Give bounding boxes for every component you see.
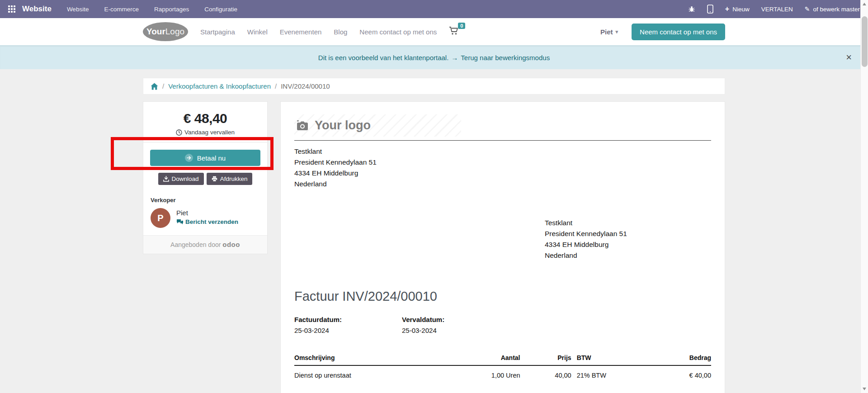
chevron-down-icon: ▾	[616, 29, 618, 35]
invoice-lines-table: Omschrijving Aantal Prijs BTW Bedrag Die…	[294, 354, 711, 379]
chat-bubbles-icon	[176, 219, 184, 225]
cell-amount: € 40,00	[644, 365, 711, 379]
arrow-right-circle-icon	[185, 154, 193, 162]
nav-link-winkel[interactable]: Winkel	[247, 28, 268, 36]
cell-tax: 21% BTW	[571, 365, 644, 379]
due-date-label: Vervaldatum:	[402, 316, 509, 323]
new-button[interactable]: + Nieuw	[725, 5, 750, 13]
col-amount: Bedrag	[644, 354, 711, 365]
amount-due: € 48,40	[150, 111, 260, 126]
invoice-logo-text: Your logo	[315, 118, 371, 133]
topbar-menu-configuratie[interactable]: Configuratie	[204, 6, 237, 13]
divider	[143, 142, 267, 142]
table-header-row: Omschrijving Aantal Prijs BTW Bedrag	[294, 354, 711, 365]
col-price: Prijs	[520, 354, 571, 365]
camera-icon	[296, 120, 309, 131]
cell-quantity: 1,00 Uren	[462, 365, 520, 379]
user-menu[interactable]: Piet ▾	[600, 28, 618, 36]
company-address-block: Testklant President Kennedylaan 51 4334 …	[294, 146, 711, 189]
table-row: Dienst op urenstaat 1,00 Uren 40,00 21% …	[294, 365, 711, 379]
breadcrumb-current: INV/2024/00010	[281, 82, 330, 90]
send-message-link[interactable]: Bericht verzenden	[176, 218, 238, 225]
site-logo[interactable]: YourLogo	[143, 22, 188, 41]
col-description: Omschrijving	[294, 354, 462, 365]
pencil-icon: ✎	[805, 5, 810, 13]
cart-button[interactable]: 0	[449, 26, 459, 37]
customer-address-block: Testklant President Kennedylaan 51 4334 …	[545, 218, 711, 261]
contact-cta-button[interactable]: Neem contact op met ons	[632, 24, 725, 40]
powered-by: Aangeboden door odoo	[143, 235, 267, 254]
printer-icon	[212, 176, 217, 182]
home-icon	[151, 83, 158, 90]
back-to-edit-link[interactable]: Terug naar bewerkingsmodus	[461, 54, 550, 62]
nav-link-startpagina[interactable]: Startpagina	[200, 28, 235, 36]
payment-sidebar-card: € 48,40 Vandaag vervallen Betaal nu	[143, 101, 268, 254]
invoice-title: Factuur INV/2024/00010	[294, 289, 711, 304]
col-tax: BTW	[571, 354, 644, 365]
site-nav-links: Startpagina Winkel Evenementen Blog Neem…	[200, 28, 437, 36]
print-button[interactable]: Afdrukken	[207, 173, 253, 185]
debug-bug-icon[interactable]	[688, 5, 695, 13]
arrow-right-icon: →	[451, 54, 458, 62]
download-icon	[163, 176, 169, 182]
due-date-value: 25-03-2024	[402, 327, 509, 334]
cell-price: 40,00	[520, 365, 571, 379]
topbar-menu-rapportages[interactable]: Rapportages	[154, 6, 189, 13]
nav-link-contact[interactable]: Neem contact op met ons	[359, 28, 437, 36]
topbar-menu-ecommerce[interactable]: E-commerce	[104, 6, 139, 13]
avatar: P	[151, 208, 170, 228]
edit-master-button[interactable]: ✎ of bewerk master	[805, 5, 860, 13]
scrollbar[interactable]	[860, 0, 868, 393]
close-icon[interactable]: ×	[846, 52, 852, 62]
translate-button[interactable]: VERTALEN	[761, 6, 793, 13]
divider	[294, 140, 711, 141]
nav-link-blog[interactable]: Blog	[334, 28, 347, 36]
due-status: Vandaag vervallen	[184, 129, 235, 136]
scroll-down-arrow[interactable]	[863, 388, 866, 390]
seller-name: Piet	[176, 208, 238, 217]
company-logo-placeholder[interactable]: Your logo	[294, 114, 461, 137]
col-quantity: Aantal	[462, 354, 520, 365]
invoice-document: Your logo Testklant President Kennedylaa…	[280, 101, 725, 393]
plus-icon: +	[725, 5, 729, 13]
seller-info: P Piet Bericht verzenden	[143, 208, 267, 228]
topbar-menu-website[interactable]: Website	[67, 6, 89, 13]
odoo-logo[interactable]: odoo	[222, 241, 240, 248]
cell-description: Dienst op urenstaat	[294, 365, 462, 379]
scroll-up-arrow[interactable]	[863, 3, 866, 5]
mobile-preview-icon[interactable]	[707, 5, 713, 14]
user-name: Piet	[600, 28, 613, 36]
seller-label: Verkoper	[143, 197, 267, 204]
logo-text-your: Your	[146, 27, 165, 37]
scrollbar-thumb[interactable]	[862, 16, 868, 67]
site-navbar: YourLogo Startpagina Winkel Evenementen …	[0, 18, 868, 45]
invoice-dates: Factuurdatum: 25-03-2024 Vervaldatum: 25…	[294, 316, 711, 334]
invoice-date-value: 25-03-2024	[294, 327, 402, 334]
invoice-date-label: Factuurdatum:	[294, 316, 402, 323]
download-button[interactable]: Download	[158, 173, 204, 185]
banner-message: Dit is een voorbeeld van het klantenport…	[318, 54, 449, 62]
breadcrumb-invoices-link[interactable]: Verkoopfacturen & Inkoopfacturen	[168, 82, 271, 90]
clock-icon	[176, 129, 182, 136]
breadcrumb: / Verkoopfacturen & Inkoopfacturen / INV…	[143, 78, 725, 95]
portal-preview-banner: Dit is een voorbeeld van het klantenport…	[0, 45, 868, 69]
topbar-brand[interactable]: Website	[22, 5, 52, 14]
logo-text-logo: Logo	[165, 27, 184, 37]
apps-grid-icon[interactable]	[8, 5, 16, 13]
cart-icon	[449, 26, 459, 35]
nav-link-evenementen[interactable]: Evenementen	[280, 28, 322, 36]
admin-topbar: Website Website E-commerce Rapportages C…	[0, 0, 868, 18]
home-breadcrumb-link[interactable]	[151, 83, 158, 90]
topbar-menu: Website E-commerce Rapportages Configura…	[67, 6, 237, 13]
pay-now-button[interactable]: Betaal nu	[150, 150, 260, 166]
cart-count-badge: 0	[458, 23, 465, 29]
